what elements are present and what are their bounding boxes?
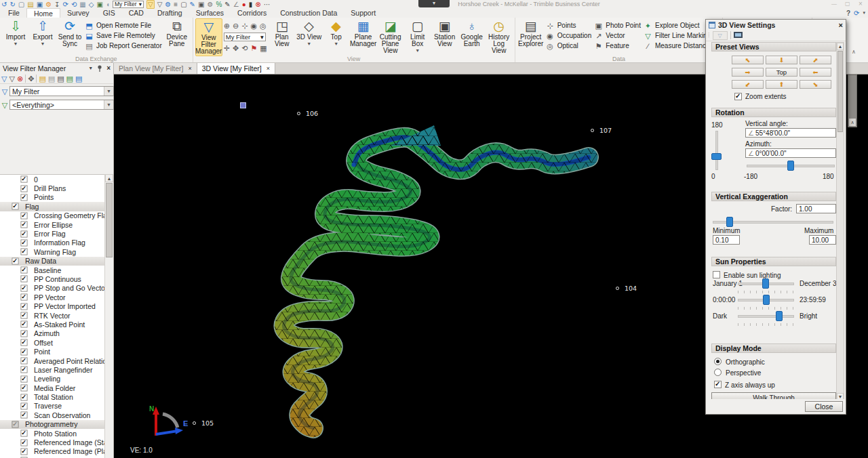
tree-item-row[interactable]: Averaged Point Relationships: [0, 356, 105, 365]
ribbon-tab-support[interactable]: Support: [344, 8, 382, 18]
panel-close-icon[interactable]: ×: [106, 64, 111, 72]
pan-icon[interactable]: ✥: [233, 45, 239, 52]
tree-checkbox[interactable]: [20, 357, 27, 364]
pin-icon[interactable]: [97, 65, 102, 72]
tree-item-row[interactable]: Referenced Image (Station View: [0, 438, 105, 446]
zoom-in-icon[interactable]: ⊕: [224, 22, 230, 30]
sun-brightness-slider-thumb[interactable]: [776, 311, 783, 321]
window-close-button[interactable]: ×: [859, 0, 863, 7]
filter-name-combobox[interactable]: My Filter▼: [9, 86, 114, 96]
vertical-angle-slider[interactable]: [715, 131, 718, 170]
occupation-button[interactable]: ◉Occupation: [546, 31, 592, 40]
center-view-icon[interactable]: ✥: [28, 75, 34, 83]
tree-item-row[interactable]: Leveling: [0, 375, 105, 383]
preset-top-button[interactable]: Top: [766, 68, 797, 77]
orbit-icon[interactable]: ⟲: [241, 45, 248, 52]
ribbon-tab-gis[interactable]: GIS: [96, 8, 122, 18]
redo-icon[interactable]: ↻: [9, 1, 15, 8]
tree-item-row[interactable]: Error Ellipse: [0, 220, 105, 229]
tree-item-row[interactable]: Drill Plans: [0, 184, 105, 192]
settings-scrollbar[interactable]: ▲ ▼: [836, 42, 844, 401]
pen-icon[interactable]: ✎: [224, 1, 230, 8]
device-pane-button[interactable]: ⧉Device Pane: [163, 18, 191, 48]
z-axis-always-up-checkbox[interactable]: [714, 381, 722, 388]
delete-filter-icon[interactable]: ⊗: [17, 75, 23, 83]
view-filter-manager-button[interactable]: ▽View Filter Manager: [195, 18, 222, 56]
tree-group-row[interactable]: Flag: [0, 202, 105, 211]
doc-icon[interactable]: ▢: [180, 1, 186, 8]
chevron-up-icon[interactable]: ∧: [849, 119, 856, 126]
sun-date-slider-thumb[interactable]: [762, 278, 769, 289]
tree-checkbox[interactable]: [12, 421, 18, 428]
tree-item-row[interactable]: Points: [0, 193, 105, 202]
minimum-field[interactable]: 0.10: [713, 235, 740, 245]
tree-checkbox[interactable]: [20, 230, 27, 237]
close-button[interactable]: Close: [805, 401, 843, 412]
feature-button[interactable]: ⚑Feature: [594, 41, 641, 50]
tree-checkbox[interactable]: [20, 239, 27, 246]
zoom-out-icon[interactable]: ⊖: [233, 22, 239, 30]
chevron-down-icon[interactable]: ▾: [139, 1, 142, 7]
tree-checkbox[interactable]: [20, 375, 27, 382]
tab-close-icon[interactable]: ×: [267, 65, 270, 72]
tree-item-row[interactable]: Azimuth: [0, 329, 105, 338]
vertical-angle-field[interactable]: ∠55°48'00.0": [745, 128, 836, 138]
background-icon[interactable]: ▦: [260, 45, 267, 52]
tree-item-row[interactable]: Baseline: [0, 266, 105, 274]
open-project-icon[interactable]: ▤: [27, 1, 33, 8]
percent-icon[interactable]: %: [216, 1, 222, 8]
tree-item-row[interactable]: As-Staked Point: [0, 320, 105, 329]
tree-checkbox[interactable]: [20, 294, 27, 301]
open-remote-file-button[interactable]: ⬒Open Remote File: [85, 21, 162, 30]
orthographic-radio[interactable]: [714, 358, 722, 365]
doc-gear-icon[interactable]: ▣: [198, 1, 204, 8]
azimuth-slider-thumb[interactable]: [787, 161, 794, 171]
optical-button[interactable]: ◎Optical: [546, 41, 592, 50]
tree-checkbox[interactable]: [20, 276, 27, 283]
ribbon-tab-corridors[interactable]: Corridors: [231, 8, 273, 18]
tree-checkbox[interactable]: [20, 321, 27, 328]
layers-green-icon[interactable]: ▤: [66, 75, 73, 83]
tree-checkbox[interactable]: [20, 430, 27, 437]
tree-checkbox[interactable]: [20, 448, 27, 455]
ribbon-tab-drafting[interactable]: Drafting: [151, 8, 189, 18]
help-icon[interactable]: ?: [846, 9, 850, 17]
tree-item-row[interactable]: PP Continuous: [0, 274, 105, 283]
scroll-up-icon[interactable]: ▲: [837, 43, 844, 50]
export-button[interactable]: ⇧Export▼: [29, 18, 56, 48]
tree-item-row[interactable]: PP Stop and Go Vector: [0, 284, 105, 293]
screen-icon[interactable]: [734, 32, 743, 39]
factor-field[interactable]: 1.00: [796, 204, 836, 213]
3d-view-button[interactable]: ◇3D View▼: [296, 18, 323, 48]
google-earth-button[interactable]: ♁Google Earth: [458, 18, 486, 48]
chevron-down-icon[interactable]: ▾: [863, 10, 865, 16]
ribbon-filter-combobox[interactable]: My Filter▾: [224, 33, 266, 41]
tree-checkbox[interactable]: [20, 249, 27, 255]
scroll-thumb[interactable]: [106, 183, 113, 257]
overflow-icon[interactable]: ⋯: [264, 1, 271, 8]
cube-icon[interactable]: ◇: [89, 1, 94, 8]
tree-checkbox[interactable]: [12, 203, 18, 210]
sun-brightness-slider[interactable]: [738, 315, 794, 318]
tree-checkbox[interactable]: [20, 222, 27, 228]
panel-close-icon[interactable]: ×: [839, 21, 843, 29]
tree-item-row[interactable]: RTK Vector: [0, 311, 105, 320]
record-icon[interactable]: ●: [242, 1, 246, 8]
panel-menu-icon[interactable]: ▼: [88, 66, 93, 70]
tree-checkbox[interactable]: [20, 330, 27, 337]
layers-filter-icon[interactable]: ▤: [75, 75, 82, 83]
edit-filter-icon[interactable]: ▽: [9, 75, 14, 83]
sheet-icon[interactable]: ▦: [79, 1, 85, 8]
preset-back-button[interactable]: ⬆: [766, 80, 797, 89]
tree-checkbox[interactable]: [20, 367, 27, 373]
image-icon[interactable]: ▣: [96, 1, 102, 8]
tree-checkbox[interactable]: [20, 439, 27, 446]
cutting-plane-view-button[interactable]: ◪Cutting Plane View: [377, 18, 404, 55]
center-view-icon[interactable]: ✛: [224, 45, 230, 52]
new-filter-icon[interactable]: ▽: [1, 75, 7, 83]
station-view-button[interactable]: ▣Station View: [431, 18, 458, 48]
ribbon-tab-cad[interactable]: CAD: [122, 8, 151, 18]
tree-checkbox[interactable]: [20, 176, 27, 183]
tree-item-row[interactable]: Crossing Geometry Flag: [0, 211, 105, 220]
flag-icon[interactable]: ⚑: [250, 45, 257, 52]
